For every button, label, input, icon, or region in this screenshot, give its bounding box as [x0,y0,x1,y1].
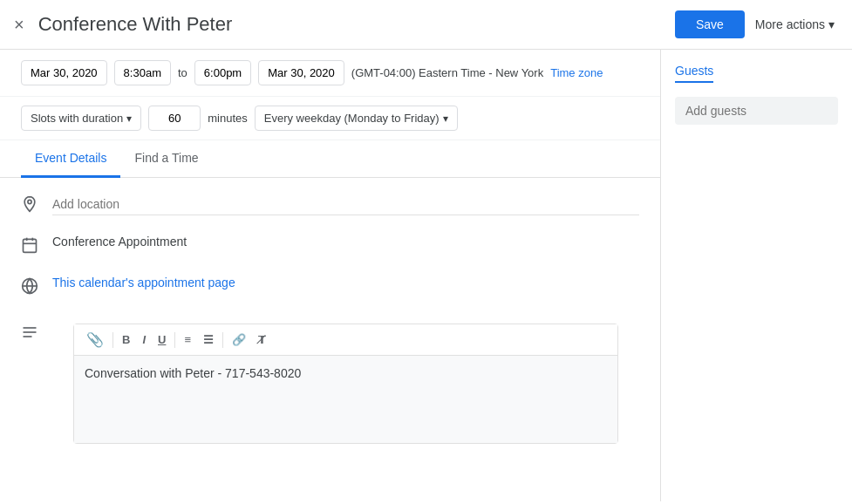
ordered-list-button[interactable]: ≡ [179,330,196,350]
minutes-label: minutes [208,112,248,125]
svg-point-0 [28,200,31,203]
end-date-button[interactable]: Mar 30, 2020 [258,60,344,85]
slots-chevron-icon [126,112,132,125]
location-input[interactable] [52,194,639,215]
event-details-section: Conference Appointment This calendar's a… [0,178,660,467]
timezone-link[interactable]: Time zone [550,66,603,79]
page-title: Conference With Peter [38,13,675,36]
toolbar-separator-2 [174,332,175,348]
description-content: 📎 B I U ≡ ☰ 🔗 T̸ Conversation [52,317,639,451]
add-guests-input[interactable] [675,97,838,125]
start-time-button[interactable]: 8:30am [114,60,171,85]
more-actions-chevron-icon: ▾ [828,17,835,31]
underline-button[interactable]: U [153,330,171,350]
slots-dropdown-label: Slots with duration [31,112,123,125]
calendar-icon [21,236,38,258]
description-row: 📎 B I U ≡ ☰ 🔗 T̸ Conversation [0,308,660,460]
more-actions-label: More actions [755,17,825,31]
main-content: Mar 30, 2020 8:30am to 6:00pm Mar 30, 20… [0,50,852,501]
attach-icon[interactable]: 📎 [81,328,109,351]
left-panel: Mar 30, 2020 8:30am to 6:00pm Mar 30, 20… [0,50,660,501]
italic-button[interactable]: I [137,330,151,350]
unordered-list-button[interactable]: ☰ [198,330,219,350]
header-actions: Save More actions ▾ [675,10,838,38]
calendar-name: Conference Appointment [52,231,187,252]
guests-title: Guests [675,64,713,83]
globe-icon [21,277,38,299]
duration-input[interactable] [148,106,201,131]
editor-toolbar: 📎 B I U ≡ ☰ 🔗 T̸ [74,324,617,356]
date-time-row: Mar 30, 2020 8:30am to 6:00pm Mar 30, 20… [0,50,660,97]
appointment-page-link[interactable]: This calendar's appointment page [52,276,235,289]
location-icon [21,195,38,217]
calendar-row: Conference Appointment [0,226,660,267]
more-actions-button[interactable]: More actions ▾ [752,10,838,38]
toolbar-separator-1 [112,332,113,348]
toolbar-separator-3 [222,332,223,348]
description-icon [21,324,38,345]
recurrence-chevron-icon [443,112,448,125]
slots-dropdown[interactable]: Slots with duration [21,106,141,131]
bold-button[interactable]: B [117,330,135,350]
location-row [0,185,660,226]
tabs-row: Event Details Find a Time [0,140,660,178]
appointment-content: This calendar's appointment page [52,276,639,289]
right-panel: Guests [660,50,852,501]
save-button[interactable]: Save [675,10,745,38]
tab-event-details[interactable]: Event Details [21,140,120,178]
editor-area: 📎 B I U ≡ ☰ 🔗 T̸ Conversation [73,324,618,444]
to-label: to [178,66,187,79]
close-button[interactable]: × [14,16,24,33]
remove-format-button[interactable]: T̸ [253,330,271,350]
calendar-content: Conference Appointment [52,235,639,249]
appointment-row: This calendar's appointment page [0,267,660,308]
tab-find-time[interactable]: Find a Time [120,140,212,178]
end-time-button[interactable]: 6:00pm [194,60,251,85]
header: × Conference With Peter Save More action… [0,0,852,50]
link-button[interactable]: 🔗 [227,330,251,350]
timezone-info: (GMT-04:00) Eastern Time - New York [351,66,543,79]
location-content [52,194,639,215]
recurrence-label: Every weekday (Monday to Friday) [264,112,440,125]
start-date-button[interactable]: Mar 30, 2020 [21,60,107,85]
svg-rect-1 [24,239,37,252]
recurrence-dropdown[interactable]: Every weekday (Monday to Friday) [255,106,458,131]
slots-row: Slots with duration minutes Every weekda… [0,97,660,140]
editor-content[interactable]: Conversation with Peter - 717-543-8020 [74,356,617,443]
